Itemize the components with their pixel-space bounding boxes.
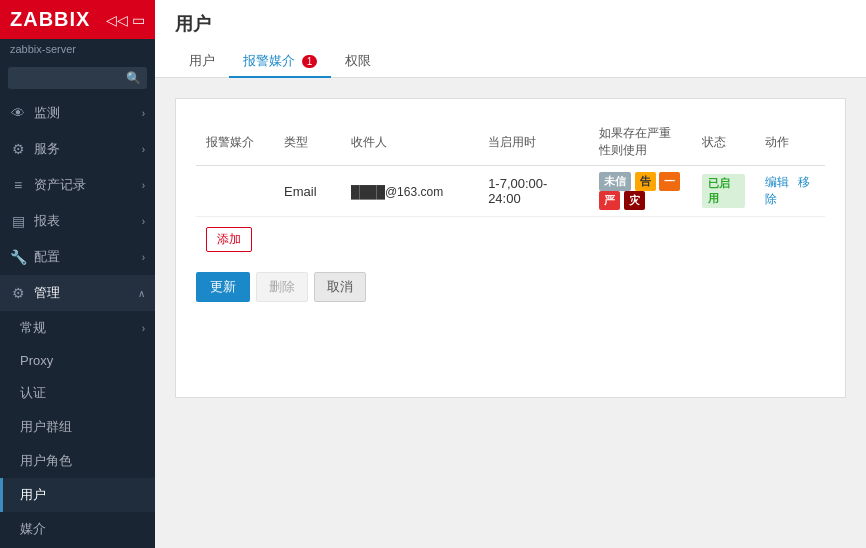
cell-status: 已启用 (692, 166, 754, 217)
collapse-icon[interactable]: ◁◁ (106, 12, 128, 28)
cell-type: Email (274, 166, 341, 217)
main-area: 用户 用户 报警媒介 1 权限 报警媒介 类型 收件人 当 (155, 0, 866, 548)
sev-disaster: 灾 (624, 191, 645, 210)
sidebar-nav: 👁 监测 › ⚙ 服务 › ≡ 资产记录 › ▤ 报表 › (0, 95, 155, 548)
reports-arrow: › (142, 216, 145, 227)
sidebar-item-users[interactable]: 用户 (0, 478, 155, 512)
table-row: Email ████@163.com 1-7,00:00-24:00 未信 告 … (196, 166, 825, 217)
services-arrow: › (142, 144, 145, 155)
cell-actions: 编辑 移除 (755, 166, 825, 217)
cell-when: 1-7,00:00-24:00 (478, 166, 589, 217)
form-actions: 更新 删除 取消 (196, 272, 825, 302)
sidebar-logo: ZABBIX ◁◁ ▭ (0, 0, 155, 39)
assets-arrow: › (142, 180, 145, 191)
sidebar-item-general[interactable]: 常规 › (0, 311, 155, 345)
col-header-status: 状态 (692, 119, 754, 166)
media-table: 报警媒介 类型 收件人 当启用时 如果存在严重性则使用 状态 动作 Email (196, 119, 825, 258)
monitoring-icon: 👁 (10, 105, 26, 121)
sidebar-item-media[interactable]: 媒介 (0, 512, 155, 546)
general-arrow: › (142, 323, 145, 334)
update-button[interactable]: 更新 (196, 272, 250, 302)
sidebar-item-proxy[interactable]: Proxy (0, 345, 155, 376)
sidebar-item-admin[interactable]: ⚙ 管理 ∧ (0, 275, 155, 311)
add-cell: 添加 (196, 217, 825, 259)
monitoring-label: 监测 (34, 104, 60, 122)
config-arrow: › (142, 252, 145, 263)
logo-text: ZABBIX (10, 8, 90, 31)
sidebar-item-monitoring[interactable]: 👁 监测 › (0, 95, 155, 131)
status-badge: 已启用 (702, 174, 744, 208)
sidebar-item-assets[interactable]: ≡ 资产记录 › (0, 167, 155, 203)
sev-not-classified: 未信 (599, 172, 631, 191)
sidebar-item-userroles[interactable]: 用户角色 (0, 444, 155, 478)
logo-icons: ◁◁ ▭ (106, 12, 145, 28)
search-icon: 🔍 (126, 71, 141, 85)
sidebar-item-services[interactable]: ⚙ 服务 › (0, 131, 155, 167)
col-header-when: 当启用时 (478, 119, 589, 166)
media-badge: 1 (302, 55, 318, 68)
page-title: 用户 (175, 12, 846, 36)
tab-media[interactable]: 报警媒介 1 (229, 46, 331, 78)
content-card: 报警媒介 类型 收件人 当启用时 如果存在严重性则使用 状态 动作 Email (175, 98, 846, 398)
sidebar-item-auth[interactable]: 认证 (0, 376, 155, 410)
add-row: 添加 (196, 217, 825, 259)
content-area: 报警媒介 类型 收件人 当启用时 如果存在严重性则使用 状态 动作 Email (155, 78, 866, 548)
main-header: 用户 用户 报警媒介 1 权限 (155, 0, 866, 78)
search-area: 🔍 (0, 61, 155, 95)
assets-icon: ≡ (10, 177, 26, 193)
sev-warning: 告 (635, 172, 656, 191)
services-label: 服务 (34, 140, 60, 158)
add-button[interactable]: 添加 (206, 227, 252, 252)
cell-recipient: ████@163.com (341, 166, 478, 217)
usergroups-label: 用户群组 (20, 418, 72, 436)
col-header-type: 类型 (274, 119, 341, 166)
services-icon: ⚙ (10, 141, 26, 157)
general-label: 常规 (20, 319, 46, 337)
delete-button[interactable]: 删除 (256, 272, 308, 302)
cell-media (196, 166, 274, 217)
admin-arrow: ∧ (138, 288, 145, 299)
media-label: 媒介 (20, 520, 46, 538)
col-header-media: 报警媒介 (196, 119, 274, 166)
expand-icon[interactable]: ▭ (132, 12, 145, 28)
tab-permissions[interactable]: 权限 (331, 46, 385, 78)
sidebar: ZABBIX ◁◁ ▭ zabbix-server 🔍 👁 监测 › ⚙ 服务 … (0, 0, 155, 548)
users-label: 用户 (20, 486, 46, 504)
assets-label: 资产记录 (34, 176, 86, 194)
tab-users[interactable]: 用户 (175, 46, 229, 78)
admin-icon: ⚙ (10, 285, 26, 301)
tab-bar: 用户 报警媒介 1 权限 (175, 46, 846, 77)
proxy-label: Proxy (20, 353, 53, 368)
sev-high: 严 (599, 191, 620, 210)
sidebar-item-usergroups[interactable]: 用户群组 (0, 410, 155, 444)
edit-link[interactable]: 编辑 (765, 175, 789, 189)
col-header-recipient: 收件人 (341, 119, 478, 166)
config-icon: 🔧 (10, 249, 26, 265)
sev-average: 一 (659, 172, 680, 191)
cell-severity: 未信 告 一 严 灾 (589, 166, 692, 217)
server-name: zabbix-server (0, 39, 155, 61)
cancel-button[interactable]: 取消 (314, 272, 366, 302)
sidebar-item-reports[interactable]: ▤ 报表 › (0, 203, 155, 239)
col-header-action: 动作 (755, 119, 825, 166)
admin-label: 管理 (34, 284, 60, 302)
email-address: ████@163.com (351, 185, 443, 199)
auth-label: 认证 (20, 384, 46, 402)
col-header-severity: 如果存在严重性则使用 (589, 119, 692, 166)
reports-label: 报表 (34, 212, 60, 230)
monitoring-arrow: › (142, 108, 145, 119)
config-label: 配置 (34, 248, 60, 266)
userroles-label: 用户角色 (20, 452, 72, 470)
sidebar-item-config[interactable]: 🔧 配置 › (0, 239, 155, 275)
reports-icon: ▤ (10, 213, 26, 229)
